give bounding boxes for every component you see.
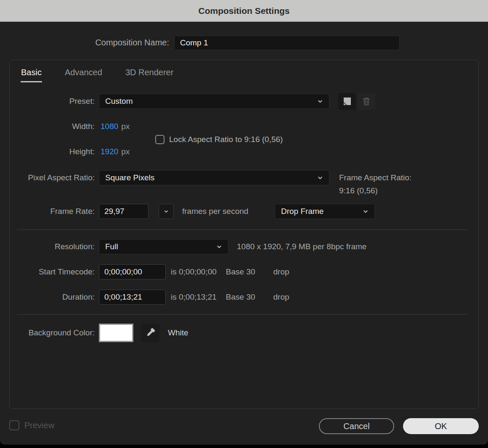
preset-row: Preset: Custom: [10, 93, 478, 110]
duration-drop-text: drop: [273, 293, 289, 302]
chevron-down-icon: [215, 243, 223, 250]
section-divider: [17, 229, 467, 230]
frames-per-second-label: frames per second: [182, 207, 248, 216]
preview-checkbox[interactable]: [9, 420, 19, 430]
width-label: Width:: [10, 122, 95, 131]
preset-value: Custom: [105, 97, 133, 106]
start-timecode-input[interactable]: [99, 264, 166, 279]
duration-input[interactable]: [99, 290, 166, 305]
duration-base-text: Base 30: [226, 293, 255, 302]
dialog-title: Composition Settings: [199, 6, 290, 16]
tab-3d-renderer[interactable]: 3D Renderer: [125, 68, 174, 82]
background-color-row: Background Color: White: [10, 324, 478, 342]
width-unit: px: [121, 122, 130, 131]
height-value[interactable]: 1920: [101, 147, 118, 156]
resolution-dropdown[interactable]: Full: [99, 239, 228, 254]
tab-bar: Basic Advanced 3D Renderer: [21, 68, 173, 82]
duration-row: Duration: is 0;00;13;21 Base 30 drop: [10, 290, 478, 305]
cancel-button[interactable]: Cancel: [319, 418, 394, 434]
resolution-info: 1080 x 1920, 7,9 MB per 8bpc frame: [237, 242, 366, 251]
width-row: Width: 1080 px: [10, 122, 478, 131]
start-timecode-row: Start Timecode: is 0;00;00;00 Base 30 dr…: [10, 264, 478, 279]
background-color-swatch[interactable]: [99, 324, 133, 342]
lock-aspect-row: Lock Aspect Ratio to 9:16 (0,56): [155, 135, 283, 144]
drop-frame-dropdown[interactable]: Drop Frame: [275, 204, 375, 219]
drop-frame-value: Drop Frame: [281, 207, 324, 216]
preset-label: Preset:: [10, 97, 95, 106]
preset-dropdown[interactable]: Custom: [99, 94, 329, 109]
trash-icon: [361, 96, 371, 106]
chevron-down-icon: [362, 208, 369, 215]
pixel-aspect-ratio-dropdown[interactable]: Square Pixels: [99, 170, 329, 185]
start-timecode-drop-text: drop: [273, 267, 289, 277]
save-preset-icon: [342, 96, 352, 106]
delete-preset-button[interactable]: [358, 93, 375, 110]
frame-aspect-ratio-info: Frame Aspect Ratio: 9:16 (0,56): [339, 171, 411, 197]
section-divider: [17, 314, 467, 315]
frame-aspect-ratio-label: Frame Aspect Ratio:: [339, 171, 411, 184]
tab-advanced[interactable]: Advanced: [65, 68, 102, 82]
duration-label: Duration:: [10, 293, 95, 302]
dialog-titlebar: Composition Settings: [0, 0, 488, 22]
eyedropper-button[interactable]: [141, 324, 159, 342]
composition-settings-dialog: Composition Settings Composition Name: B…: [0, 0, 488, 445]
start-timecode-is-text: is 0;00;00;00: [171, 267, 217, 277]
eyedropper-icon: [145, 327, 156, 338]
resolution-value: Full: [105, 242, 118, 251]
height-row: Height: 1920 px: [10, 147, 478, 156]
width-value[interactable]: 1080: [101, 122, 118, 131]
resolution-row: Resolution: Full 1080 x 1920, 7,9 MB per…: [10, 239, 478, 254]
save-preset-button[interactable]: [338, 93, 356, 110]
tab-basic[interactable]: Basic: [21, 68, 42, 82]
frame-rate-label: Frame Rate:: [10, 207, 95, 216]
lock-aspect-label: Lock Aspect Ratio to 9:16 (0,56): [169, 135, 283, 144]
frame-rate-preset-button[interactable]: [159, 204, 174, 219]
chevron-down-icon: [316, 174, 324, 182]
preview-label: Preview: [24, 421, 54, 430]
resolution-label: Resolution:: [10, 242, 95, 251]
lock-aspect-checkbox[interactable]: [155, 135, 164, 144]
start-timecode-label: Start Timecode:: [10, 267, 95, 277]
frame-rate-input[interactable]: [99, 204, 149, 219]
start-timecode-base-text: Base 30: [226, 267, 255, 277]
chevron-down-icon: [163, 208, 170, 215]
duration-is-text: is 0;00;13;21: [171, 293, 217, 302]
composition-name-label: Composition Name:: [0, 38, 169, 47]
preview-row: Preview: [9, 420, 54, 430]
frame-rate-row: Frame Rate: frames per second Drop Frame: [10, 204, 478, 219]
background-color-label: Background Color:: [10, 328, 95, 337]
frame-aspect-ratio-value: 9:16 (0,56): [339, 184, 411, 197]
height-unit: px: [121, 147, 130, 156]
pixel-aspect-ratio-value: Square Pixels: [105, 173, 154, 182]
chevron-down-icon: [316, 98, 324, 105]
composition-name-input[interactable]: [174, 36, 400, 50]
height-label: Height:: [10, 147, 95, 156]
pixel-aspect-ratio-label: Pixel Aspect Ratio:: [10, 173, 95, 182]
background-color-name: White: [168, 328, 188, 337]
ok-button[interactable]: OK: [403, 418, 479, 434]
settings-panel: Basic Advanced 3D Renderer Preset: Custo…: [9, 60, 479, 409]
